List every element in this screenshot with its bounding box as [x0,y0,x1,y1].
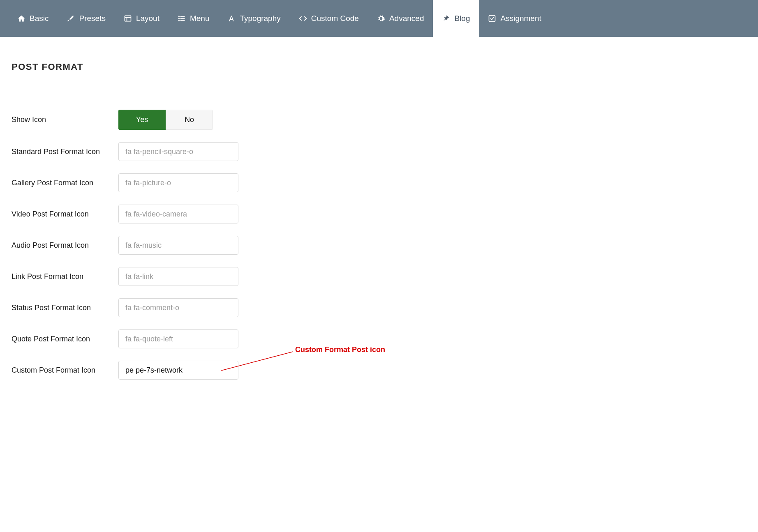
tab-label: Layout [136,14,159,23]
row-link-icon: Link Post Format Icon [12,267,746,286]
page-content: POST FORMAT Show Icon Yes No Standard Po… [0,37,758,425]
tab-custom-code[interactable]: Custom Code [290,0,368,37]
tab-label: Advanced [389,14,424,23]
tab-typography[interactable]: Typography [218,0,289,37]
list-icon [178,14,186,23]
row-custom-icon: Custom Post Format Icon Custom Format Po… [12,361,746,380]
label-video-icon: Video Post Format Icon [12,210,118,219]
svg-rect-8 [180,20,185,21]
label-quote-icon: Quote Post Format Icon [12,335,118,343]
row-status-icon: Status Post Format Icon [12,298,746,317]
svg-point-3 [178,16,180,17]
row-standard-icon: Standard Post Format Icon [12,142,746,161]
label-gallery-icon: Gallery Post Format Icon [12,179,118,187]
label-audio-icon: Audio Post Format Icon [12,241,118,250]
tab-label: Custom Code [311,14,359,23]
row-show-icon: Show Icon Yes No [12,110,746,130]
input-status-icon[interactable] [118,298,238,317]
tab-label: Basic [30,14,49,23]
toggle-show-icon: Yes No [118,110,213,130]
label-link-icon: Link Post Format Icon [12,272,118,281]
tab-label: Presets [79,14,105,23]
input-custom-icon[interactable] [118,361,238,380]
row-gallery-icon: Gallery Post Format Icon [12,173,746,192]
top-nav: Basic Presets Layout Menu Typography Cus… [0,0,758,37]
home-icon [17,14,25,23]
svg-rect-6 [180,18,185,19]
code-icon [299,14,307,23]
tab-label: Assignment [500,14,541,23]
svg-point-7 [178,20,180,21]
svg-rect-0 [125,16,131,21]
tab-presets[interactable]: Presets [58,0,114,37]
section-title: POST FORMAT [12,62,746,89]
annotation-text: Custom Format Post icon [295,345,385,354]
toggle-no[interactable]: No [166,110,213,130]
label-custom-icon: Custom Post Format Icon [12,366,118,375]
svg-rect-4 [180,16,185,17]
label-show-icon: Show Icon [12,115,118,124]
toggle-yes[interactable]: Yes [118,110,166,130]
row-audio-icon: Audio Post Format Icon [12,236,746,255]
tab-advanced[interactable]: Advanced [368,0,433,37]
svg-rect-9 [489,16,495,22]
tab-assignment[interactable]: Assignment [479,0,550,37]
gear-icon [377,14,385,23]
input-quote-icon[interactable] [118,329,238,348]
tab-blog[interactable]: Blog [433,0,479,37]
layout-icon [124,14,132,23]
input-gallery-icon[interactable] [118,173,238,192]
label-status-icon: Status Post Format Icon [12,304,118,312]
tab-label: Blog [454,14,470,23]
input-audio-icon[interactable] [118,236,238,255]
tab-basic[interactable]: Basic [8,0,58,37]
input-link-icon[interactable] [118,267,238,286]
input-standard-icon[interactable] [118,142,238,161]
tab-label: Menu [190,14,210,23]
row-video-icon: Video Post Format Icon [12,205,746,223]
svg-point-5 [178,18,180,19]
font-icon [227,14,236,23]
pin-icon [442,14,450,23]
tab-menu[interactable]: Menu [169,0,219,37]
check-square-icon [488,14,496,23]
input-video-icon[interactable] [118,205,238,223]
tab-layout[interactable]: Layout [115,0,169,37]
tab-label: Typography [240,14,280,23]
brush-icon [67,14,75,23]
label-standard-icon: Standard Post Format Icon [12,147,118,156]
